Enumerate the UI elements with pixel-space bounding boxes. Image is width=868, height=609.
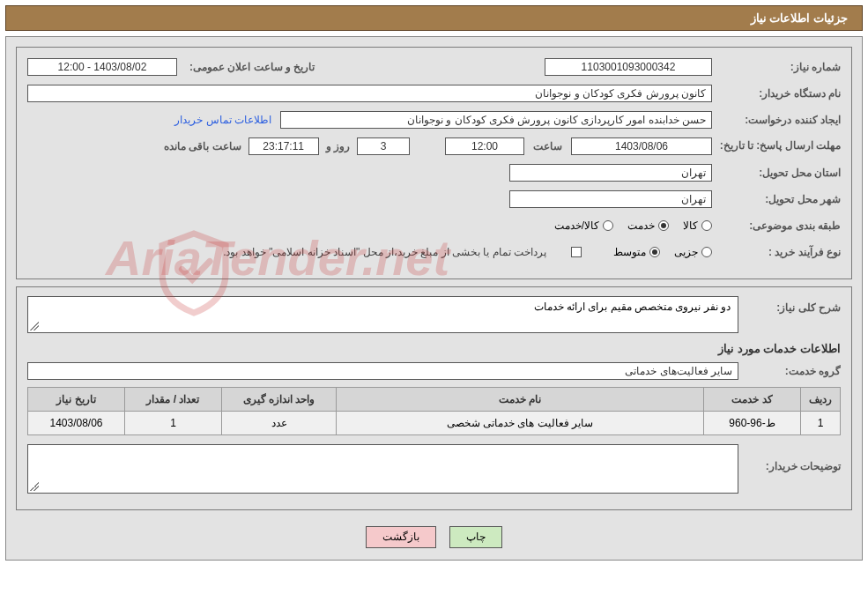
- deadline-label: مهلت ارسال پاسخ: تا تاریخ:: [717, 139, 841, 153]
- back-button[interactable]: بازگشت: [366, 526, 436, 548]
- province-field: تهران: [509, 164, 712, 182]
- radio-medium-label: متوسط: [613, 246, 646, 258]
- creator-label: ایجاد کننده درخواست:: [717, 114, 841, 126]
- payment-checkbox[interactable]: [571, 247, 582, 257]
- th-qty: تعداد / مقدار: [125, 388, 222, 412]
- radio-icon: [701, 247, 712, 257]
- province-label: استان محل تحویل:: [717, 167, 841, 179]
- summary-label: شرح کلی نیاز:: [744, 296, 841, 314]
- radio-icon: [603, 220, 613, 231]
- req-number-label: شماره نیاز:: [717, 61, 841, 73]
- services-title: اطلاعات خدمات مورد نیاز: [27, 342, 841, 355]
- row-category: طبقه بندی موضوعی: کالا خدمت کالا/خدمت: [27, 215, 841, 236]
- radio-medium[interactable]: متوسط: [613, 246, 660, 258]
- cell-code: ط-96-960: [704, 412, 801, 435]
- summary-textarea[interactable]: دو نفر نیروی متخصص مقیم برای ارائه خدمات: [27, 296, 738, 333]
- remaining-label: ساعت باقی مانده: [164, 140, 241, 152]
- radio-partial[interactable]: جزیی: [674, 246, 712, 258]
- buyer-notes-label: توضیحات خریدار:: [744, 444, 841, 472]
- description-section: شرح کلی نیاز: دو نفر نیروی متخصص مقیم بر…: [16, 286, 852, 510]
- req-number-field: 1103001093000342: [545, 58, 712, 76]
- city-field: تهران: [509, 190, 712, 208]
- page-title: جزئیات اطلاعات نیاز: [751, 11, 848, 25]
- row-buyer-org: نام دستگاه خریدار: کانون پرورش فکری کودک…: [27, 83, 841, 104]
- buyer-org-field: کانون پرورش فکری کودکان و نوجوانان: [27, 85, 712, 102]
- row-buyer-notes: توضیحات خریدار:: [27, 444, 841, 494]
- process-label: نوع فرآیند خرید :: [717, 246, 841, 258]
- cell-date: 1403/08/06: [28, 412, 125, 435]
- radio-service-label: خدمت: [627, 219, 655, 232]
- deadline-time-field: 12:00: [445, 137, 524, 155]
- row-city: شهر محل تحویل: تهران: [27, 189, 841, 210]
- table-row: 1 ط-96-960 سایر فعالیت های خدماتی شخصی ع…: [28, 412, 841, 435]
- row-province: استان محل تحویل: تهران: [27, 162, 841, 183]
- row-deadline: مهلت ارسال پاسخ: تا تاریخ: 1403/08/06 سا…: [27, 136, 841, 157]
- category-label: طبقه بندی موضوعی:: [717, 219, 841, 232]
- announce-field: 1403/08/02 - 12:00: [27, 58, 177, 76]
- buyer-notes-textarea[interactable]: [27, 444, 738, 494]
- row-process: نوع فرآیند خرید : جزیی متوسط پرداخت تمام…: [27, 241, 841, 263]
- radio-goods-service[interactable]: کالا/خدمت: [554, 219, 613, 232]
- radio-goods[interactable]: کالا: [683, 219, 712, 232]
- days-and-label: روز و: [326, 140, 350, 152]
- row-summary: شرح کلی نیاز: دو نفر نیروی متخصص مقیم بر…: [27, 296, 841, 333]
- radio-icon: [701, 220, 712, 231]
- row-service-group: گروه خدمت: سایر فعالیت‌های خدماتی: [27, 360, 841, 382]
- announce-label: تاریخ و ساعت اعلان عمومی:: [189, 61, 315, 73]
- radio-partial-label: جزیی: [674, 246, 698, 258]
- cell-name: سایر فعالیت های خدماتی شخصی: [337, 412, 704, 435]
- radio-icon: [658, 220, 669, 231]
- row-creator: ایجاد کننده درخواست: حسن خدابنده امور کا…: [27, 109, 841, 130]
- button-bar: چاپ بازگشت: [9, 517, 859, 557]
- services-table: ردیف کد خدمت نام خدمت واحد اندازه گیری ت…: [27, 387, 841, 435]
- resize-handle-icon: [30, 322, 39, 330]
- time-label: ساعت: [533, 140, 562, 152]
- checkbox-icon: [571, 247, 582, 257]
- th-unit: واحد اندازه گیری: [222, 388, 337, 412]
- radio-service[interactable]: خدمت: [627, 219, 669, 232]
- payment-note: پرداخت تمام یا بخشی از مبلغ خرید،از محل …: [223, 246, 546, 258]
- table-header-row: ردیف کد خدمت نام خدمت واحد اندازه گیری ت…: [28, 388, 841, 412]
- th-date: تاریخ نیاز: [28, 388, 125, 412]
- city-label: شهر محل تحویل:: [717, 193, 841, 205]
- service-group-field: سایر فعالیت‌های خدماتی: [27, 362, 738, 380]
- main-frame: شماره نیاز: 1103001093000342 تاریخ و ساع…: [5, 36, 863, 561]
- radio-icon: [649, 247, 660, 257]
- th-code: کد خدمت: [704, 388, 801, 412]
- radio-goods-service-label: کالا/خدمت: [554, 219, 599, 232]
- service-group-label: گروه خدمت:: [744, 365, 841, 377]
- countdown-field: 23:17:11: [249, 137, 319, 155]
- buyer-contact-link[interactable]: اطلاعات تماس خریدار: [174, 114, 271, 126]
- cell-unit: عدد: [222, 412, 337, 435]
- page-header: جزئیات اطلاعات نیاز: [5, 5, 863, 31]
- th-name: نام خدمت: [337, 388, 704, 412]
- th-idx: ردیف: [801, 388, 841, 412]
- row-req-number: شماره نیاز: 1103001093000342 تاریخ و ساع…: [27, 56, 841, 78]
- radio-goods-label: کالا: [683, 219, 698, 232]
- cell-idx: 1: [801, 412, 841, 435]
- resize-handle-icon: [30, 482, 39, 491]
- days-field: 3: [357, 137, 410, 155]
- summary-text: دو نفر نیروی متخصص مقیم برای ارائه خدمات: [534, 301, 731, 313]
- cell-qty: 1: [125, 412, 222, 435]
- details-section: شماره نیاز: 1103001093000342 تاریخ و ساع…: [16, 47, 852, 279]
- buyer-org-label: نام دستگاه خریدار:: [717, 87, 841, 100]
- creator-field: حسن خدابنده امور کارپردازی کانون پرورش ف…: [280, 111, 712, 129]
- deadline-date-field: 1403/08/06: [571, 137, 712, 155]
- print-button[interactable]: چاپ: [449, 526, 502, 548]
